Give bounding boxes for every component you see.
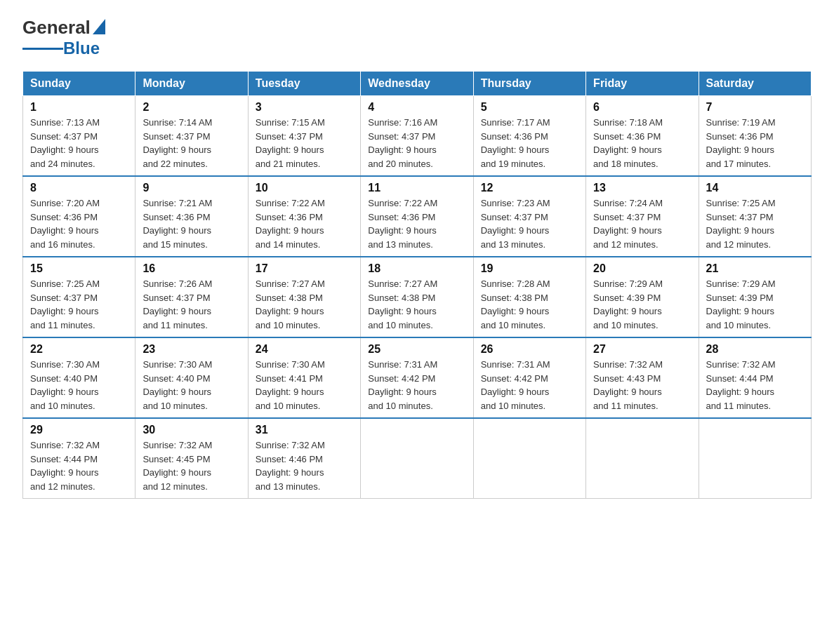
weekday-header-saturday: Saturday (699, 72, 811, 96)
day-number: 28 (706, 343, 804, 356)
day-detail: Sunrise: 7:26 AMSunset: 4:37 PMDaylight:… (143, 279, 212, 330)
calendar-cell (361, 418, 473, 499)
calendar-cell: 27 Sunrise: 7:32 AMSunset: 4:43 PMDaylig… (586, 337, 699, 418)
calendar-cell: 20 Sunrise: 7:29 AMSunset: 4:39 PMDaylig… (586, 257, 699, 337)
day-detail: Sunrise: 7:14 AMSunset: 4:37 PMDaylight:… (143, 117, 212, 169)
day-detail: Sunrise: 7:27 AMSunset: 4:38 PMDaylight:… (256, 279, 325, 330)
day-detail: Sunrise: 7:30 AMSunset: 4:40 PMDaylight:… (30, 359, 100, 411)
svg-marker-0 (93, 19, 105, 34)
day-detail: Sunrise: 7:15 AMSunset: 4:37 PMDaylight:… (256, 117, 325, 169)
day-number: 31 (256, 424, 353, 436)
calendar-cell: 9 Sunrise: 7:21 AMSunset: 4:36 PMDayligh… (135, 176, 248, 257)
day-number: 2 (143, 101, 240, 114)
calendar-cell: 16 Sunrise: 7:26 AMSunset: 4:37 PMDaylig… (135, 257, 248, 337)
day-detail: Sunrise: 7:29 AMSunset: 4:39 PMDaylight:… (706, 279, 776, 330)
calendar-week-row: 1 Sunrise: 7:13 AMSunset: 4:37 PMDayligh… (23, 96, 812, 177)
calendar-cell: 12 Sunrise: 7:23 AMSunset: 4:37 PMDaylig… (473, 176, 585, 257)
logo-general: General (22, 17, 91, 39)
calendar-cell: 7 Sunrise: 7:19 AMSunset: 4:36 PMDayligh… (699, 96, 811, 177)
calendar-cell (699, 418, 811, 499)
logo-triangle-icon (93, 19, 105, 34)
calendar-cell: 24 Sunrise: 7:30 AMSunset: 4:41 PMDaylig… (248, 337, 360, 418)
day-detail: Sunrise: 7:22 AMSunset: 4:36 PMDaylight:… (256, 198, 325, 250)
day-detail: Sunrise: 7:23 AMSunset: 4:37 PMDaylight:… (481, 198, 550, 250)
weekday-header-wednesday: Wednesday (361, 72, 473, 96)
calendar-header-row: SundayMondayTuesdayWednesdayThursdayFrid… (23, 72, 812, 96)
day-number: 19 (481, 262, 578, 275)
weekday-header-tuesday: Tuesday (248, 72, 360, 96)
calendar-cell: 8 Sunrise: 7:20 AMSunset: 4:36 PMDayligh… (23, 176, 135, 257)
day-detail: Sunrise: 7:29 AMSunset: 4:39 PMDaylight:… (593, 279, 663, 330)
day-detail: Sunrise: 7:30 AMSunset: 4:41 PMDaylight:… (256, 359, 325, 411)
day-number: 15 (30, 262, 128, 275)
day-detail: Sunrise: 7:25 AMSunset: 4:37 PMDaylight:… (706, 198, 776, 250)
day-detail: Sunrise: 7:31 AMSunset: 4:42 PMDaylight:… (368, 359, 437, 411)
day-number: 3 (256, 101, 353, 114)
day-number: 8 (30, 182, 128, 194)
calendar-cell: 17 Sunrise: 7:27 AMSunset: 4:38 PMDaylig… (248, 257, 360, 337)
day-number: 11 (368, 182, 465, 194)
calendar-cell: 26 Sunrise: 7:31 AMSunset: 4:42 PMDaylig… (473, 337, 585, 418)
day-detail: Sunrise: 7:32 AMSunset: 4:45 PMDaylight:… (143, 440, 212, 492)
day-detail: Sunrise: 7:32 AMSunset: 4:44 PMDaylight:… (30, 440, 100, 492)
day-number: 18 (368, 262, 465, 275)
day-number: 13 (593, 182, 691, 194)
page-header: General Blue (22, 17, 812, 58)
calendar-cell: 3 Sunrise: 7:15 AMSunset: 4:37 PMDayligh… (248, 96, 360, 177)
calendar-week-row: 29 Sunrise: 7:32 AMSunset: 4:44 PMDaylig… (23, 418, 812, 499)
calendar-cell: 6 Sunrise: 7:18 AMSunset: 4:36 PMDayligh… (586, 96, 699, 177)
day-number: 30 (143, 424, 240, 436)
day-number: 17 (256, 262, 353, 275)
calendar-cell (473, 418, 585, 499)
calendar-cell: 15 Sunrise: 7:25 AMSunset: 4:37 PMDaylig… (23, 257, 135, 337)
calendar-cell: 1 Sunrise: 7:13 AMSunset: 4:37 PMDayligh… (23, 96, 135, 177)
calendar-week-row: 15 Sunrise: 7:25 AMSunset: 4:37 PMDaylig… (23, 257, 812, 337)
day-detail: Sunrise: 7:25 AMSunset: 4:37 PMDaylight:… (30, 279, 100, 330)
calendar-cell: 4 Sunrise: 7:16 AMSunset: 4:37 PMDayligh… (361, 96, 473, 177)
day-number: 12 (481, 182, 578, 194)
weekday-header-sunday: Sunday (23, 72, 135, 96)
day-detail: Sunrise: 7:32 AMSunset: 4:46 PMDaylight:… (256, 440, 325, 492)
day-number: 22 (30, 343, 128, 356)
day-detail: Sunrise: 7:18 AMSunset: 4:36 PMDaylight:… (593, 117, 663, 169)
day-number: 6 (593, 101, 691, 114)
day-number: 5 (481, 101, 578, 114)
day-detail: Sunrise: 7:13 AMSunset: 4:37 PMDaylight:… (30, 117, 100, 169)
day-detail: Sunrise: 7:32 AMSunset: 4:43 PMDaylight:… (593, 359, 663, 411)
calendar-cell: 19 Sunrise: 7:28 AMSunset: 4:38 PMDaylig… (473, 257, 585, 337)
calendar-cell: 5 Sunrise: 7:17 AMSunset: 4:36 PMDayligh… (473, 96, 585, 177)
day-detail: Sunrise: 7:32 AMSunset: 4:44 PMDaylight:… (706, 359, 776, 411)
calendar-week-row: 8 Sunrise: 7:20 AMSunset: 4:36 PMDayligh… (23, 176, 812, 257)
calendar-cell: 14 Sunrise: 7:25 AMSunset: 4:37 PMDaylig… (699, 176, 811, 257)
day-number: 10 (256, 182, 353, 194)
day-number: 23 (143, 343, 240, 356)
weekday-header-thursday: Thursday (473, 72, 585, 96)
calendar-cell: 18 Sunrise: 7:27 AMSunset: 4:38 PMDaylig… (361, 257, 473, 337)
day-detail: Sunrise: 7:22 AMSunset: 4:36 PMDaylight:… (368, 198, 437, 250)
calendar-cell: 29 Sunrise: 7:32 AMSunset: 4:44 PMDaylig… (23, 418, 135, 499)
calendar-cell: 30 Sunrise: 7:32 AMSunset: 4:45 PMDaylig… (135, 418, 248, 499)
day-detail: Sunrise: 7:28 AMSunset: 4:38 PMDaylight:… (481, 279, 550, 330)
day-number: 21 (706, 262, 804, 275)
calendar-cell: 21 Sunrise: 7:29 AMSunset: 4:39 PMDaylig… (699, 257, 811, 337)
logo: General Blue (22, 17, 105, 58)
day-detail: Sunrise: 7:20 AMSunset: 4:36 PMDaylight:… (30, 198, 100, 250)
day-number: 25 (368, 343, 465, 356)
day-number: 4 (368, 101, 465, 114)
day-number: 26 (481, 343, 578, 356)
day-number: 7 (706, 101, 804, 114)
day-detail: Sunrise: 7:30 AMSunset: 4:40 PMDaylight:… (143, 359, 212, 411)
calendar-table: SundayMondayTuesdayWednesdayThursdayFrid… (22, 71, 812, 499)
day-detail: Sunrise: 7:19 AMSunset: 4:36 PMDaylight:… (706, 117, 776, 169)
weekday-header-monday: Monday (135, 72, 248, 96)
calendar-cell: 10 Sunrise: 7:22 AMSunset: 4:36 PMDaylig… (248, 176, 360, 257)
day-number: 24 (256, 343, 353, 356)
day-detail: Sunrise: 7:16 AMSunset: 4:37 PMDaylight:… (368, 117, 437, 169)
calendar-cell: 13 Sunrise: 7:24 AMSunset: 4:37 PMDaylig… (586, 176, 699, 257)
day-number: 9 (143, 182, 240, 194)
calendar-cell (586, 418, 699, 499)
calendar-cell: 25 Sunrise: 7:31 AMSunset: 4:42 PMDaylig… (361, 337, 473, 418)
day-number: 16 (143, 262, 240, 275)
day-detail: Sunrise: 7:27 AMSunset: 4:38 PMDaylight:… (368, 279, 437, 330)
calendar-cell: 28 Sunrise: 7:32 AMSunset: 4:44 PMDaylig… (699, 337, 811, 418)
